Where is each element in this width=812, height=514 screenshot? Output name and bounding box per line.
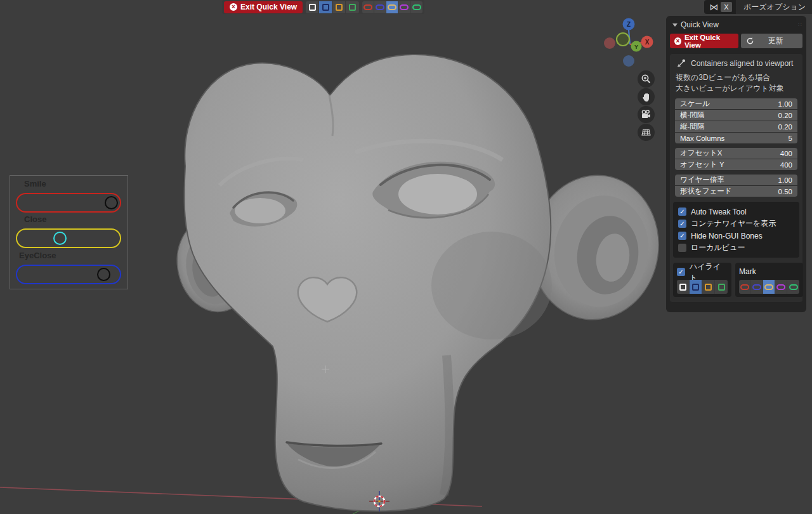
purple-oval-icon [400, 4, 409, 10]
highlight-white-button[interactable] [677, 280, 690, 294]
checkbox-icon [678, 244, 686, 252]
highlight-green-button[interactable] [715, 280, 728, 294]
mark-teal-button[interactable] [787, 280, 799, 294]
highlight-orange-button[interactable] [332, 1, 346, 13]
checkbox-icon: ✓ [678, 220, 686, 228]
exit-quick-view-label: Exit Quick View [240, 3, 297, 11]
camera-view-button[interactable] [638, 106, 655, 123]
mark-purple-button[interactable] [398, 1, 410, 13]
mark-teal-button[interactable] [410, 1, 422, 13]
field-v-gap[interactable]: 縦-間隔 0.20 [675, 121, 797, 132]
update-button[interactable]: 更新 [741, 34, 802, 48]
viewport-header-right: ⋈ X ポーズオプション [704, 0, 812, 14]
zoom-button[interactable] [638, 70, 655, 88]
checkbox-highlight[interactable]: ✓ ハイライト [677, 266, 728, 278]
exit-quick-view-button-top[interactable]: × Exit Quick View [224, 1, 303, 13]
highlight-white-button[interactable] [306, 1, 319, 13]
quickview-top-toolbar: × Exit Quick View [222, 0, 424, 14]
mark-indigo-button[interactable] [374, 1, 386, 13]
note-line-2: 大きいビューがレイアウト対象 [676, 83, 799, 94]
quick-view-panel: Quick View ∷ × Exit Quick View 更新 Contai… [666, 16, 806, 312]
svg-text:X: X [645, 39, 650, 46]
highlight-blue-button[interactable] [690, 280, 702, 294]
red-oval-icon [740, 284, 749, 290]
teal-oval-icon [412, 4, 421, 10]
highlight-green-button[interactable] [346, 1, 359, 13]
slider-knob-smile[interactable] [105, 196, 118, 209]
slider-knob-close[interactable] [53, 232, 67, 245]
slider-track-close[interactable] [16, 228, 121, 248]
camera-icon [641, 109, 652, 120]
close-circle-icon: × [674, 37, 681, 45]
perspective-toggle-button[interactable] [638, 124, 655, 141]
panel-header[interactable]: Quick View ∷ [670, 19, 802, 30]
purple-oval-icon [776, 284, 785, 290]
mark-red-button[interactable] [739, 280, 751, 294]
field-scale[interactable]: スケール 1.00 [675, 98, 797, 109]
wire-field-group: ワイヤー倍率 1.00 形状をフェード 0.50 [675, 175, 797, 197]
checkbox-icon: ✓ [678, 232, 686, 240]
exit-quick-view-button-panel[interactable]: × Exit Quick View [670, 34, 738, 48]
field-wire-scale[interactable]: ワイヤー倍率 1.00 [675, 175, 797, 185]
highlight-orange-button[interactable] [702, 280, 715, 294]
mark-label: Mark [739, 266, 799, 278]
highlight-swatch-group-panel [677, 280, 728, 294]
rig-slider-panel: Smile Close EyeClose [10, 175, 128, 289]
orange-square-icon [705, 284, 712, 291]
mark-box: Mark [735, 263, 803, 297]
indigo-oval-icon [376, 4, 384, 10]
containers-header-label: Containers aligned to viewport [691, 59, 793, 68]
cheek-shadow [431, 232, 552, 339]
highlight-box: ✓ ハイライト [673, 263, 731, 297]
red-oval-icon [363, 4, 372, 10]
mark-purple-button[interactable] [775, 280, 787, 294]
field-shape-fade[interactable]: 形状をフェード 0.50 [675, 186, 797, 197]
mark-tan-button[interactable] [386, 1, 398, 13]
refresh-icon [746, 37, 754, 45]
checkbox-auto-tweak-tool[interactable]: ✓ Auto Tweak Tool [678, 206, 794, 218]
mirror-icon: ⋈ [709, 2, 718, 12]
slider-label-eyeclose: EyeClose [19, 251, 56, 260]
teal-oval-icon [789, 284, 798, 290]
mark-red-button[interactable] [362, 1, 374, 13]
axis-x-ball[interactable]: X [641, 36, 653, 48]
axis-y-ball[interactable]: Y [631, 41, 642, 52]
axis-neg-x-ball[interactable] [604, 37, 615, 49]
x-axis-mirror-toggle[interactable]: X [721, 2, 732, 12]
checkbox-show-container-wire[interactable]: ✓ コンテナワイヤーを表示 [678, 218, 794, 230]
slider-label-smile: Smile [24, 179, 46, 188]
slider-label-close: Close [24, 214, 46, 224]
grid-icon [641, 127, 652, 138]
hand-icon [641, 92, 652, 102]
mark-tan-button[interactable] [763, 280, 775, 294]
magnifier-plus-icon [641, 74, 652, 84]
pose-options-dropdown[interactable]: ポーズオプション [736, 0, 812, 14]
slider-knob-eyeclose[interactable] [97, 268, 110, 281]
checkbox-hide-non-gui-bones[interactable]: ✓ Hide Non-GUI Bones [678, 230, 794, 242]
axis-neg-z-ball[interactable] [623, 55, 634, 67]
options-checkbox-box: ✓ Auto Tweak Tool ✓ コンテナワイヤーを表示 ✓ Hide N… [673, 202, 799, 258]
layout-field-group: スケール 1.00 横-間隔 0.20 縦-間隔 0.20 Max Column… [675, 98, 797, 143]
indigo-oval-icon [752, 284, 761, 290]
panel-grip-icon[interactable]: ∷ [798, 22, 802, 28]
highlight-swatch-group-top [306, 1, 359, 13]
view-axis-gizmo[interactable]: Z Y X [599, 16, 657, 73]
white-square-icon [679, 284, 686, 291]
field-h-gap[interactable]: 横-間隔 0.20 [675, 110, 797, 121]
field-offset-x[interactable]: オフセットX 400 [675, 148, 797, 159]
green-square-icon [349, 4, 356, 11]
mark-indigo-button[interactable] [751, 280, 763, 294]
axis-neg-y-ball[interactable] [617, 33, 629, 46]
axis-z-ball[interactable]: Z [623, 18, 635, 30]
field-offset-y[interactable]: オフセット Y 400 [675, 159, 797, 170]
pan-button[interactable] [638, 88, 655, 105]
tan-oval-icon [388, 4, 396, 10]
checkbox-local-view[interactable]: ローカルビュー [678, 242, 794, 254]
chevron-down-icon [672, 23, 678, 27]
white-square-icon [309, 4, 316, 11]
highlight-blue-button[interactable] [319, 1, 332, 13]
containers-subpanel: Containers aligned to viewport 複数の3Dビューが… [670, 54, 802, 302]
checkbox-icon: ✓ [678, 208, 686, 216]
field-max-columns[interactable]: Max Columns 5 [675, 133, 797, 143]
close-circle-icon: × [230, 3, 237, 11]
